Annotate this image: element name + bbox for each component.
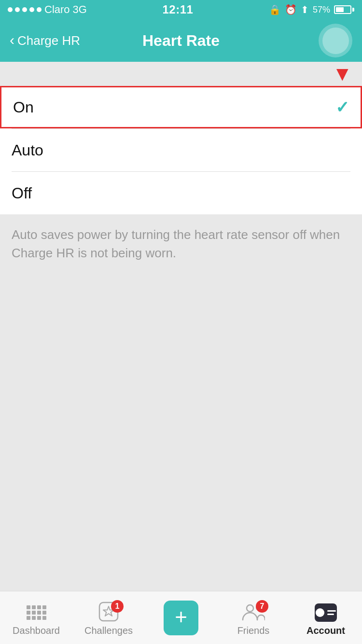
challenges-badge: 1 [111, 600, 124, 613]
svg-point-2 [247, 605, 253, 612]
options-list: On ✓ Auto Off [0, 86, 362, 214]
battery-fill [336, 7, 344, 12]
tab-account[interactable]: Account [290, 599, 362, 636]
tab-bar: Dashboard 1 Challenges + [0, 591, 362, 644]
content-background [0, 274, 362, 644]
alarm-icon: ⏰ [285, 4, 297, 15]
challenges-tab-icon: 1 [97, 603, 121, 622]
friends-tab-icon: 7 [241, 603, 265, 622]
device-avatar [319, 24, 352, 57]
nav-bar: ‹ Charge HR Heart Rate [0, 19, 362, 62]
page-title: Heart Rate [142, 32, 220, 50]
dashboard-grid-icon [27, 605, 46, 620]
option-auto-label: Auto [12, 141, 43, 159]
option-auto[interactable]: Auto [0, 129, 362, 171]
dot-5 [37, 7, 42, 12]
tab-add[interactable]: + [145, 601, 217, 635]
dot-2 [15, 7, 20, 12]
battery-icon [334, 5, 354, 14]
bluetooth-icon: ⬆ [301, 4, 309, 15]
check-mark-icon: ✓ [335, 98, 349, 117]
battery-tip [352, 8, 354, 12]
option-off[interactable]: Off [0, 172, 362, 214]
battery-bar [334, 5, 351, 14]
status-right: 🔒 ⏰ ⬆ 57% [269, 4, 354, 15]
back-button[interactable]: ‹ Charge HR [10, 33, 80, 48]
account-card-icon [315, 603, 337, 622]
status-left: Claro 3G [8, 3, 87, 16]
back-chevron-icon: ‹ [10, 33, 14, 47]
dashboard-tab-label: Dashboard [13, 625, 60, 636]
dashboard-tab-icon [24, 603, 48, 622]
friends-badge: 7 [256, 600, 268, 613]
description-text: Auto saves power by turning the heart ra… [12, 226, 350, 262]
tab-friends[interactable]: 7 Friends [217, 599, 290, 636]
account-tab-icon [314, 603, 338, 622]
down-arrow-icon: ▼ [332, 64, 352, 84]
option-on-label: On [13, 98, 34, 116]
friends-tab-label: Friends [237, 625, 270, 636]
carrier-label: Claro [44, 3, 70, 16]
status-bar: Claro 3G 12:11 🔒 ⏰ ⬆ 57% [0, 0, 362, 19]
tab-challenges[interactable]: 1 Challenges [72, 599, 145, 636]
network-label: 3G [73, 3, 87, 16]
description-area: Auto saves power by turning the heart ra… [0, 214, 362, 274]
account-tab-label: Account [306, 625, 345, 636]
signal-dots [8, 7, 42, 12]
dot-4 [29, 7, 34, 12]
arrow-area: ▼ [0, 62, 362, 86]
dot-3 [22, 7, 27, 12]
option-on[interactable]: On ✓ [0, 86, 362, 128]
challenges-tab-label: Challenges [84, 625, 133, 636]
device-avatar-inner [322, 28, 349, 54]
plus-icon: + [175, 606, 187, 628]
tab-dashboard[interactable]: Dashboard [0, 599, 72, 636]
back-label: Charge HR [17, 33, 80, 48]
option-off-label: Off [12, 184, 32, 202]
time-label: 12:11 [163, 3, 194, 16]
add-button[interactable]: + [164, 601, 198, 635]
dot-1 [8, 7, 13, 12]
battery-percent: 57% [313, 5, 330, 15]
lock-icon: 🔒 [269, 4, 281, 15]
